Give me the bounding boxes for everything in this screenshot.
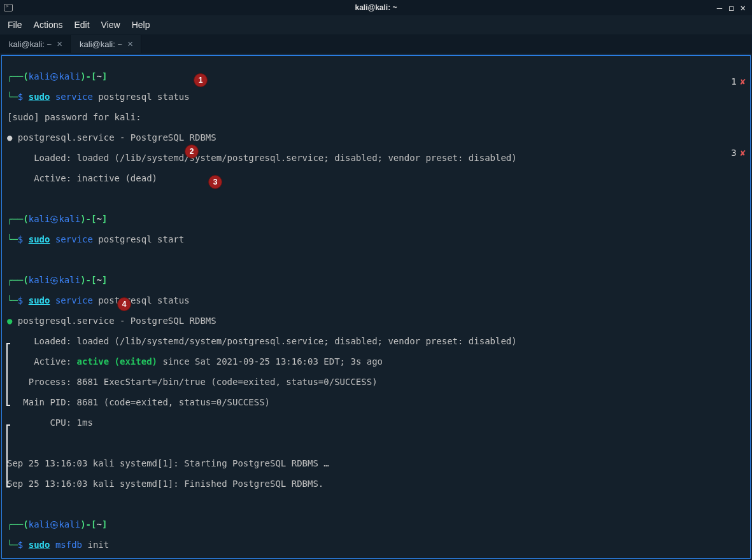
prompt-corner: ┌──(: [7, 71, 29, 81]
cmd4-msfdb: msfdb: [55, 540, 82, 550]
out-inactive: Active: inactive (dead): [7, 173, 745, 183]
out-active-post: since Sat 2021-09-25 13:16:03 EDT; 3s ag…: [157, 356, 383, 367]
maximize-icon[interactable]: ◻: [728, 3, 734, 13]
prompt-dollar: $: [18, 92, 23, 102]
out-pgservice1: postgresql.service - PostgreSQL RDBMS: [12, 132, 216, 143]
message-bracket-1: [6, 343, 10, 406]
exit-x-icon-1: ✘: [741, 76, 746, 87]
tab-2-label: kali@kali: ~: [80, 39, 122, 49]
cmd4-sudo: sudo: [29, 540, 50, 550]
out-log2: Sep 25 13:16:03 kali systemd[1]: Finishe…: [7, 479, 745, 489]
cmd1-rest: postgresql status: [98, 92, 189, 102]
menubar: File Actions Edit View Help: [0, 15, 752, 34]
exit-x-icon-2: ✘: [741, 148, 746, 158]
out-loaded1: Loaded: loaded (/lib/systemd/system/post…: [7, 153, 745, 163]
cmd2-sudo: sudo: [29, 234, 50, 244]
out-pgservice2: postgresql.service - PostgreSQL RDBMS: [12, 316, 216, 326]
menu-help[interactable]: Help: [132, 20, 150, 30]
annotation-2: 2: [185, 144, 199, 158]
cmd1-service: service: [55, 92, 93, 102]
menu-view[interactable]: View: [101, 20, 120, 30]
tab-1-label: kali@kali: ~: [9, 39, 52, 49]
terminal-icon: [4, 4, 13, 11]
tab-1-close-icon[interactable]: ✕: [57, 40, 62, 48]
prompt-sep: ㉿: [50, 71, 59, 81]
titlebar: kali@kali: ~ ― ◻ ✕: [0, 0, 752, 15]
cmd4-rest: init: [87, 540, 109, 550]
annotation-3: 3: [208, 175, 222, 189]
window-title: kali@kali: ~: [355, 3, 397, 12]
prompt-l2: └─: [7, 92, 18, 102]
out-active-green: active (exited): [77, 356, 157, 367]
cmd3-rest: postgresql status: [98, 295, 189, 305]
out-loaded2: Loaded: loaded (/lib/systemd/system/post…: [7, 336, 745, 346]
menu-actions[interactable]: Actions: [34, 20, 63, 30]
prompt-host: kali: [59, 71, 80, 81]
tabbar: kali@kali: ~ ✕ kali@kali: ~ ✕: [0, 34, 752, 53]
exit-count-2: 3: [731, 148, 736, 158]
prompt-sq-close: ]: [102, 71, 107, 81]
tab-1[interactable]: kali@kali: ~ ✕: [0, 35, 71, 53]
cmd1-sudo: sudo: [29, 92, 50, 102]
out-mainpid: Main PID: 8681 (code=exited, status=0/SU…: [7, 397, 745, 407]
message-bracket-2: [6, 424, 10, 487]
exit-badge-1: 1 ✘: [731, 76, 746, 87]
tab-2-close-icon[interactable]: ✕: [127, 40, 133, 48]
annotation-4: 4: [117, 297, 131, 311]
window-controls: ― ◻ ✕: [717, 3, 752, 13]
close-icon[interactable]: ✕: [741, 3, 746, 13]
minimize-icon[interactable]: ―: [717, 3, 722, 13]
menu-edit[interactable]: Edit: [74, 20, 89, 30]
out-log1: Sep 25 13:16:03 kali systemd[1]: Startin…: [7, 458, 745, 468]
menu-file[interactable]: File: [8, 20, 22, 30]
cmd3-service: service: [55, 295, 93, 305]
tab-2[interactable]: kali@kali: ~ ✕: [71, 35, 141, 53]
out-proc: Process: 8681 ExecStart=/bin/true (code=…: [7, 377, 745, 387]
prompt-path: ~: [96, 71, 101, 81]
prompt-paren-close: )-[: [80, 71, 96, 81]
exit-badge-2: 3 ✘: [731, 148, 746, 158]
exit-count-1: 1: [731, 76, 736, 87]
out-active-pre: Active:: [7, 356, 77, 367]
annotation-1: 1: [194, 73, 208, 87]
cmd3-sudo: sudo: [29, 295, 50, 305]
cmd2-rest: postgresql start: [98, 234, 184, 244]
terminal-content[interactable]: ┌──(kali㉿kali)-[~] └─$ sudo service post…: [1, 55, 751, 559]
prompt-user: kali: [29, 71, 50, 81]
out-cpu: CPU: 1ms: [7, 417, 745, 428]
out-sudopw: [sudo] password for kali:: [7, 112, 745, 122]
cmd2-service: service: [55, 234, 93, 244]
